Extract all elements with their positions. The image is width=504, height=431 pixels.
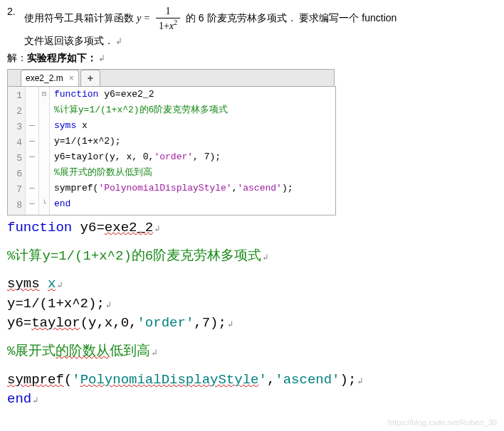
code-line: sympref('PolynomialDisplayStyle','ascend… [54,181,335,196]
problem-part1: 使用符号工具箱计算函数 [24,12,137,23]
code-line: %计算y=1/(1+x^2)的6阶麦克劳林多项式 [54,102,335,118]
breakpoint-gutter: —— ——— [26,87,38,215]
file-tab[interactable]: exe2_2.m × [21,70,79,86]
problem-part2: 的 6 阶麦克劳林多项式． 要求编写一个 function [186,12,397,23]
frac-bottom: 1+x2 [156,18,180,32]
code-line: function y6=exe2_2 [54,87,335,102]
problem-statement: 2. 使用符号工具箱计算函数 y = 1 1+x2 的 6 阶麦克劳林多项式． … [7,6,497,32]
problem-line2: 文件返回该多项式．↲ [7,35,497,48]
answer-label: 解：实验程序如下：↲ [7,52,497,65]
line-numbers: 1234 5678 [8,87,26,215]
editor-tab-bar: exe2_2.m × + [7,69,335,86]
code-editor[interactable]: 1234 5678 —— ——— ⊟ └ function y6=exe2_2 … [7,86,336,216]
fraction: 1 1+x2 [156,6,180,32]
code-line: end [54,196,335,212]
code-line: y6=taylor(y, x, 0,'order', 7); [54,149,335,165]
code-area[interactable]: function y6=exe2_2 %计算y=1/(1+x^2)的6阶麦克劳林… [50,87,335,215]
code-line: %展开式的阶数从低到高 [54,165,335,181]
problem-number: 2. [7,6,24,17]
code-line: syms x [54,118,335,134]
plain-code-block: function y6=exe2_2↲ %计算y=1/(1+x^2)的6阶麦克劳… [7,218,497,409]
fold-gutter: ⊟ └ [38,87,50,215]
problem-text: 使用符号工具箱计算函数 y = 1 1+x2 的 6 阶麦克劳林多项式． 要求编… [24,6,497,32]
new-tab-button[interactable]: + [80,70,100,86]
code-line: y=1/(1+x^2); [54,134,335,149]
eq-lhs: y = [137,13,150,23]
frac-top: 1 [156,6,180,18]
close-icon[interactable]: × [69,73,74,83]
plus-icon: + [88,73,93,84]
tab-filename: exe2_2.m [26,73,63,83]
